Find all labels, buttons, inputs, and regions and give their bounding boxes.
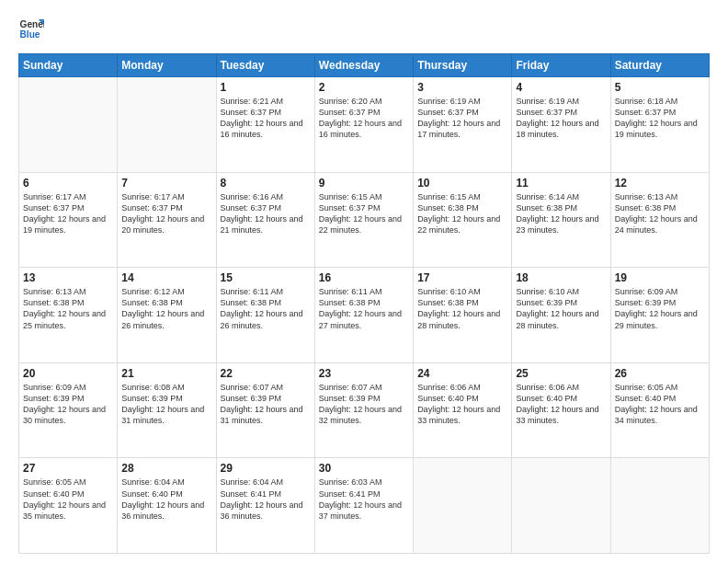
cell-info: Sunrise: 6:05 AM Sunset: 6:40 PM Dayligh… (23, 477, 113, 522)
cell-info: Sunrise: 6:12 AM Sunset: 6:38 PM Dayligh… (121, 286, 211, 331)
cell-info: Sunrise: 6:19 AM Sunset: 6:37 PM Dayligh… (417, 96, 507, 141)
day-number: 6 (23, 177, 113, 190)
cell-info: Sunrise: 6:04 AM Sunset: 6:40 PM Dayligh… (121, 477, 211, 522)
cell-info: Sunrise: 6:18 AM Sunset: 6:37 PM Dayligh… (615, 96, 705, 141)
cell-info: Sunrise: 6:21 AM Sunset: 6:37 PM Dayligh… (221, 96, 311, 141)
cell-info: Sunrise: 6:13 AM Sunset: 6:38 PM Dayligh… (615, 191, 705, 236)
cell-info: Sunrise: 6:08 AM Sunset: 6:39 PM Dayligh… (121, 382, 211, 427)
calendar-cell: 23Sunrise: 6:07 AM Sunset: 6:39 PM Dayli… (314, 362, 413, 458)
calendar-cell: 12Sunrise: 6:13 AM Sunset: 6:38 PM Dayli… (610, 172, 709, 268)
cell-info: Sunrise: 6:16 AM Sunset: 6:37 PM Dayligh… (221, 191, 311, 236)
calendar-cell: 15Sunrise: 6:11 AM Sunset: 6:38 PM Dayli… (216, 268, 314, 363)
day-number: 9 (319, 177, 409, 190)
calendar-cell: 11Sunrise: 6:14 AM Sunset: 6:38 PM Dayli… (512, 172, 610, 268)
day-number: 15 (221, 271, 311, 284)
calendar-week-5: 27Sunrise: 6:05 AM Sunset: 6:40 PM Dayli… (19, 458, 710, 554)
cell-info: Sunrise: 6:10 AM Sunset: 6:38 PM Dayligh… (417, 286, 507, 331)
cell-info: Sunrise: 6:03 AM Sunset: 6:41 PM Dayligh… (319, 477, 409, 522)
cell-info: Sunrise: 6:11 AM Sunset: 6:38 PM Dayligh… (319, 286, 409, 331)
day-number: 25 (516, 367, 606, 380)
calendar-cell: 27Sunrise: 6:05 AM Sunset: 6:40 PM Dayli… (19, 458, 118, 554)
day-header-wednesday: Wednesday (314, 54, 413, 77)
day-header-tuesday: Tuesday (216, 54, 314, 77)
day-number: 4 (516, 81, 606, 94)
cell-info: Sunrise: 6:14 AM Sunset: 6:38 PM Dayligh… (516, 191, 606, 236)
calendar-cell: 18Sunrise: 6:10 AM Sunset: 6:39 PM Dayli… (512, 268, 610, 363)
cell-info: Sunrise: 6:11 AM Sunset: 6:38 PM Dayligh… (221, 286, 311, 331)
header: General Blue (18, 17, 710, 42)
day-number: 11 (516, 177, 606, 190)
day-number: 27 (23, 462, 113, 475)
cell-info: Sunrise: 6:09 AM Sunset: 6:39 PM Dayligh… (615, 286, 705, 331)
day-number: 8 (221, 177, 311, 190)
day-number: 16 (319, 271, 409, 284)
calendar-week-2: 6Sunrise: 6:17 AM Sunset: 6:37 PM Daylig… (19, 172, 710, 268)
day-header-monday: Monday (118, 54, 216, 77)
calendar-table: SundayMondayTuesdayWednesdayThursdayFrid… (18, 53, 710, 554)
page: General Blue SundayMondayTuesdayWednesda… (0, 0, 728, 563)
day-header-saturday: Saturday (610, 54, 709, 77)
day-number: 22 (221, 367, 311, 380)
cell-info: Sunrise: 6:20 AM Sunset: 6:37 PM Dayligh… (319, 96, 409, 141)
calendar-week-3: 13Sunrise: 6:13 AM Sunset: 6:38 PM Dayli… (19, 268, 710, 363)
day-number: 21 (121, 367, 211, 380)
calendar-cell: 16Sunrise: 6:11 AM Sunset: 6:38 PM Dayli… (314, 268, 413, 363)
cell-info: Sunrise: 6:05 AM Sunset: 6:40 PM Dayligh… (615, 382, 705, 427)
calendar-cell: 10Sunrise: 6:15 AM Sunset: 6:38 PM Dayli… (414, 172, 512, 268)
calendar-cell: 13Sunrise: 6:13 AM Sunset: 6:38 PM Dayli… (19, 268, 118, 363)
day-number: 1 (221, 81, 311, 94)
cell-info: Sunrise: 6:06 AM Sunset: 6:40 PM Dayligh… (516, 382, 606, 427)
cell-info: Sunrise: 6:17 AM Sunset: 6:37 PM Dayligh… (23, 191, 113, 236)
cell-info: Sunrise: 6:09 AM Sunset: 6:39 PM Dayligh… (23, 382, 113, 427)
calendar-cell (512, 458, 610, 554)
calendar-cell: 26Sunrise: 6:05 AM Sunset: 6:40 PM Dayli… (610, 362, 709, 458)
cell-info: Sunrise: 6:10 AM Sunset: 6:39 PM Dayligh… (516, 286, 606, 331)
cell-info: Sunrise: 6:07 AM Sunset: 6:39 PM Dayligh… (319, 382, 409, 427)
cell-info: Sunrise: 6:17 AM Sunset: 6:37 PM Dayligh… (121, 191, 211, 236)
day-number: 12 (615, 177, 705, 190)
calendar-week-1: 1Sunrise: 6:21 AM Sunset: 6:37 PM Daylig… (19, 77, 710, 173)
day-number: 10 (417, 177, 507, 190)
svg-text:Blue: Blue (20, 29, 40, 40)
day-number: 5 (615, 81, 705, 94)
cell-info: Sunrise: 6:04 AM Sunset: 6:41 PM Dayligh… (221, 477, 311, 522)
day-number: 26 (615, 367, 705, 380)
day-number: 2 (319, 81, 409, 94)
day-number: 14 (121, 271, 211, 284)
calendar-cell: 8Sunrise: 6:16 AM Sunset: 6:37 PM Daylig… (216, 172, 314, 268)
calendar-header-row: SundayMondayTuesdayWednesdayThursdayFrid… (19, 54, 710, 77)
cell-info: Sunrise: 6:13 AM Sunset: 6:38 PM Dayligh… (23, 286, 113, 331)
calendar-cell (610, 458, 709, 554)
calendar-cell: 22Sunrise: 6:07 AM Sunset: 6:39 PM Dayli… (216, 362, 314, 458)
cell-info: Sunrise: 6:06 AM Sunset: 6:40 PM Dayligh… (417, 382, 507, 427)
calendar-cell (118, 77, 216, 173)
calendar-cell: 2Sunrise: 6:20 AM Sunset: 6:37 PM Daylig… (314, 77, 413, 173)
logo: General Blue (18, 17, 44, 42)
calendar-cell (414, 458, 512, 554)
day-number: 7 (121, 177, 211, 190)
cell-info: Sunrise: 6:07 AM Sunset: 6:39 PM Dayligh… (221, 382, 311, 427)
calendar-cell: 17Sunrise: 6:10 AM Sunset: 6:38 PM Dayli… (414, 268, 512, 363)
day-number: 28 (121, 462, 211, 475)
day-header-friday: Friday (512, 54, 610, 77)
calendar-cell (19, 77, 118, 173)
calendar-cell: 9Sunrise: 6:15 AM Sunset: 6:37 PM Daylig… (314, 172, 413, 268)
day-number: 24 (417, 367, 507, 380)
cell-info: Sunrise: 6:15 AM Sunset: 6:38 PM Dayligh… (417, 191, 507, 236)
calendar-week-4: 20Sunrise: 6:09 AM Sunset: 6:39 PM Dayli… (19, 362, 710, 458)
cell-info: Sunrise: 6:15 AM Sunset: 6:37 PM Dayligh… (319, 191, 409, 236)
calendar-cell: 25Sunrise: 6:06 AM Sunset: 6:40 PM Dayli… (512, 362, 610, 458)
calendar-cell: 6Sunrise: 6:17 AM Sunset: 6:37 PM Daylig… (19, 172, 118, 268)
calendar-cell: 24Sunrise: 6:06 AM Sunset: 6:40 PM Dayli… (414, 362, 512, 458)
calendar-cell: 30Sunrise: 6:03 AM Sunset: 6:41 PM Dayli… (314, 458, 413, 554)
day-number: 17 (417, 271, 507, 284)
day-number: 19 (615, 271, 705, 284)
calendar-cell: 20Sunrise: 6:09 AM Sunset: 6:39 PM Dayli… (19, 362, 118, 458)
calendar-cell: 3Sunrise: 6:19 AM Sunset: 6:37 PM Daylig… (414, 77, 512, 173)
calendar-cell: 28Sunrise: 6:04 AM Sunset: 6:40 PM Dayli… (118, 458, 216, 554)
day-number: 20 (23, 367, 113, 380)
day-header-sunday: Sunday (19, 54, 118, 77)
cell-info: Sunrise: 6:19 AM Sunset: 6:37 PM Dayligh… (516, 96, 606, 141)
calendar-cell: 7Sunrise: 6:17 AM Sunset: 6:37 PM Daylig… (118, 172, 216, 268)
day-number: 18 (516, 271, 606, 284)
